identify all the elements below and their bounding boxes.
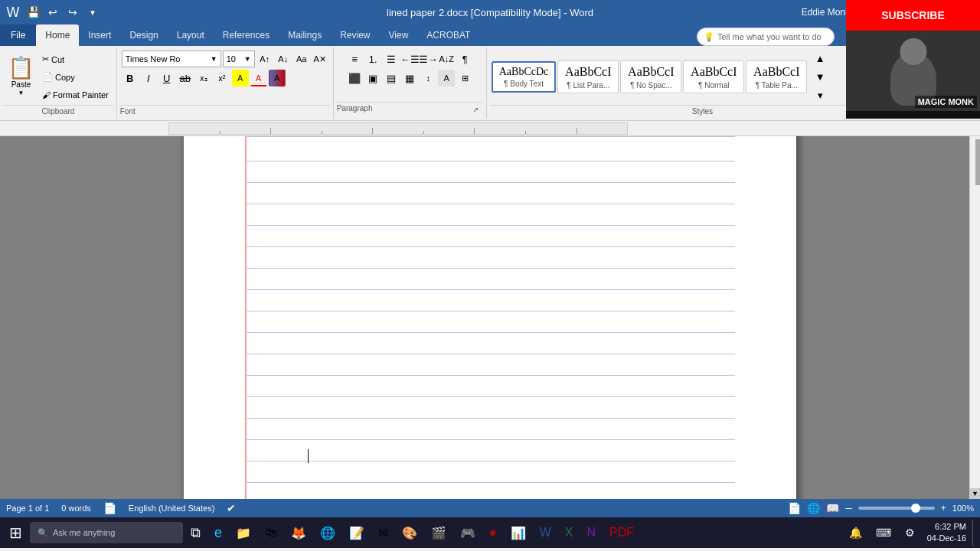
- taskbar-chrome[interactable]: 🌐: [314, 519, 341, 546]
- text-highlight-button[interactable]: A: [232, 70, 249, 86]
- taskbar-keyboard[interactable]: ⌨: [870, 519, 897, 546]
- font-color-button[interactable]: A: [250, 70, 267, 86]
- zoom-level[interactable]: 100%: [952, 504, 974, 513]
- view-print-icon[interactable]: 📄: [788, 502, 801, 514]
- tab-references[interactable]: References: [214, 24, 279, 46]
- italic-button[interactable]: I: [140, 70, 157, 86]
- taskbar-app2[interactable]: 🎬: [425, 519, 452, 546]
- font-content: Times New Ro ▼ 10 ▼ A↑ A↓ Aa A✕ B I U ab…: [120, 49, 330, 105]
- change-case-button[interactable]: Aa: [293, 51, 310, 67]
- superscript-button[interactable]: x²: [214, 70, 230, 86]
- paragraph-expand-button[interactable]: ↗: [468, 104, 483, 116]
- start-button[interactable]: ⊞: [3, 519, 28, 546]
- align-center-button[interactable]: ▣: [364, 70, 381, 86]
- style-list-para[interactable]: AaBbCcI ¶ List Para...: [557, 60, 619, 93]
- text-effects-button[interactable]: A: [269, 70, 286, 86]
- view-read-icon[interactable]: 📖: [826, 502, 839, 514]
- word-count[interactable]: 0 words: [61, 504, 91, 513]
- font-size-dropdown[interactable]: 10 ▼: [223, 51, 255, 67]
- bullets-button[interactable]: ≡: [346, 51, 363, 67]
- taskbar-mail[interactable]: ✉: [372, 519, 394, 546]
- decrease-indent-button[interactable]: ←☰: [401, 51, 418, 67]
- taskbar-firefox[interactable]: 🦊: [285, 519, 312, 546]
- taskbar-app1[interactable]: 🎨: [396, 519, 423, 546]
- taskbar-notification[interactable]: 🔔: [843, 519, 868, 546]
- style-table-pa[interactable]: AaBbCcI ¶ Table Pa...: [746, 60, 807, 93]
- tab-design[interactable]: Design: [120, 24, 167, 46]
- style-no-space[interactable]: AaBbCcI ¶ No Spac...: [620, 60, 681, 93]
- font-name-dropdown[interactable]: Times New Ro ▼: [122, 51, 221, 67]
- paste-dropdown-icon[interactable]: ▼: [18, 90, 24, 96]
- strikethrough-button[interactable]: ab: [177, 70, 194, 86]
- taskbar-store[interactable]: 🛍: [259, 519, 283, 546]
- scroll-thumb[interactable]: [975, 139, 981, 185]
- clear-format-button[interactable]: A✕: [312, 51, 328, 67]
- tab-layout[interactable]: Layout: [168, 24, 214, 46]
- style-normal[interactable]: AaBbCcI ¶ Normal: [683, 60, 744, 93]
- customize-icon[interactable]: ▼: [86, 5, 100, 19]
- tab-acrobat[interactable]: ACROBAT: [417, 24, 479, 46]
- tab-view[interactable]: View: [380, 24, 418, 46]
- show-desktop-button[interactable]: [972, 519, 977, 546]
- zoom-thumb[interactable]: [911, 504, 920, 513]
- line-spacing-button[interactable]: ↕: [420, 70, 436, 86]
- style-body-text[interactable]: AaBbCcDc ¶ Body Text: [492, 61, 557, 93]
- increase-indent-button[interactable]: ☰→: [420, 51, 436, 67]
- font-size-grow-button[interactable]: A↑: [256, 51, 273, 67]
- taskbar-sticky[interactable]: 📝: [343, 519, 371, 546]
- undo-icon[interactable]: ↩: [46, 5, 60, 19]
- multilevel-button[interactable]: ☰: [383, 51, 400, 67]
- save-icon[interactable]: 💾: [26, 5, 40, 19]
- tab-home[interactable]: Home: [36, 24, 79, 46]
- underline-button[interactable]: U: [158, 70, 175, 86]
- align-left-button[interactable]: ⬛: [346, 70, 363, 86]
- tab-mailings[interactable]: Mailings: [279, 24, 331, 46]
- font-size-shrink-button[interactable]: A↓: [275, 51, 292, 67]
- align-right-button[interactable]: ▤: [383, 70, 400, 86]
- numbering-button[interactable]: 1.: [364, 51, 381, 67]
- copy-button[interactable]: 📄 Copy: [39, 69, 112, 86]
- scroll-down-button[interactable]: ▼: [970, 488, 981, 499]
- format-painter-button[interactable]: 🖌 Format Painter: [39, 86, 112, 103]
- styles-more[interactable]: ▾: [812, 87, 828, 104]
- tab-file[interactable]: File: [0, 24, 36, 46]
- subscribe-button[interactable]: SUBSCRIBE: [869, 5, 956, 26]
- taskbar-excel[interactable]: X: [559, 519, 580, 546]
- taskbar-app3[interactable]: 🎮: [454, 519, 482, 546]
- language-label[interactable]: English (United States): [129, 504, 215, 513]
- tab-review[interactable]: Review: [331, 24, 379, 46]
- zoom-out-icon[interactable]: ─: [845, 503, 852, 514]
- borders-button[interactable]: ⊞: [456, 70, 473, 86]
- view-web-icon[interactable]: 🌐: [807, 502, 820, 514]
- tab-insert[interactable]: Insert: [79, 24, 120, 46]
- paste-button[interactable]: 📋 Paste ▼: [5, 51, 38, 103]
- redo-icon[interactable]: ↪: [66, 5, 80, 19]
- cut-button[interactable]: ✂ Cut: [39, 51, 112, 68]
- taskbar-pdf[interactable]: PDF: [603, 519, 640, 546]
- bold-button[interactable]: B: [122, 70, 139, 86]
- taskbar-app5[interactable]: 📊: [505, 519, 532, 546]
- styles-scroll-down[interactable]: ▼: [812, 69, 828, 86]
- document-page[interactable]: I≡: [184, 121, 796, 499]
- shading-button[interactable]: A: [438, 70, 455, 86]
- taskbar-ie[interactable]: e: [208, 519, 228, 546]
- zoom-in-icon[interactable]: +: [941, 503, 946, 514]
- taskbar-search[interactable]: 🔍 Ask me anything: [30, 522, 183, 543]
- taskbar-word[interactable]: W: [534, 519, 557, 546]
- show-marks-button[interactable]: ¶: [456, 51, 473, 67]
- taskbar-clock[interactable]: 6:32 PM 04-Dec-16: [923, 521, 971, 545]
- justify-button[interactable]: ▦: [401, 70, 418, 86]
- word-icon[interactable]: W: [6, 5, 20, 19]
- task-view-button[interactable]: ⧉: [185, 519, 207, 546]
- page-info[interactable]: Page 1 of 1: [6, 504, 49, 513]
- tell-me-box[interactable]: 💡 Tell me what you want to do: [697, 28, 835, 46]
- format-painter-label: Format Painter: [53, 90, 109, 99]
- sort-button[interactable]: A↓Z: [438, 51, 455, 67]
- taskbar-app4[interactable]: ●: [483, 519, 503, 546]
- zoom-slider[interactable]: [858, 507, 935, 510]
- subscript-button[interactable]: x₂: [195, 70, 212, 86]
- taskbar-settings[interactable]: ⚙: [899, 519, 921, 546]
- styles-scroll-up[interactable]: ▲: [812, 51, 828, 67]
- taskbar-onenote[interactable]: N: [580, 519, 602, 546]
- taskbar-file-explorer[interactable]: 📁: [230, 519, 257, 546]
